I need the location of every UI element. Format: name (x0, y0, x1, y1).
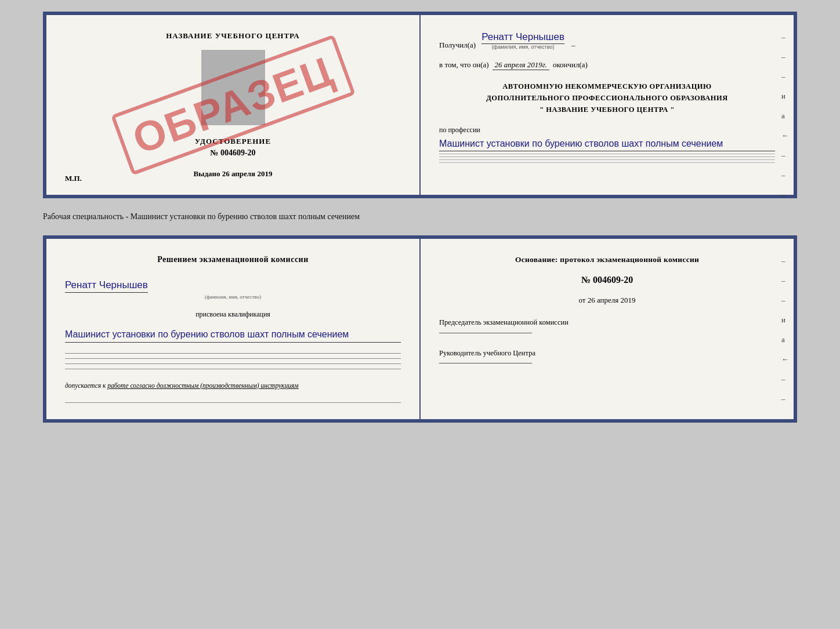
dopuskaetsya-underline: работе согласно должностным (производств… (107, 382, 298, 389)
udostoverenie-title: УДОСТОВЕРЕНИЕ (195, 137, 271, 146)
top-right-content: Получил(а) Ренатт Чернышев (фамилия, имя… (439, 31, 775, 165)
vydano-line: Выдано 26 апреля 2019 (194, 169, 273, 179)
org-block: АВТОНОМНУЮ НЕКОММЕРЧЕСКУЮ ОРГАНИЗАЦИЮ ДО… (439, 81, 775, 115)
vydano-date: 26 апреля 2019 (222, 169, 273, 178)
dopuskaetsya-text: допускается к работе согласно должностны… (65, 381, 401, 391)
bottom-document: Решением экзаменационной комиссии Ренатт… (43, 235, 797, 423)
vydano-label: Выдано (194, 169, 220, 178)
ot-date-block: от 26 апреля 2019 (439, 296, 775, 305)
vtom-label: в том, что он(а) (439, 60, 489, 70)
fio-caption-top: (фамилия, имя, отчество) (481, 44, 564, 50)
rukovoditel-title: Руководитель учебного Центра (439, 348, 775, 359)
right-dashes-bottom: – – – и а ← – – (781, 256, 789, 403)
qualification-text: Машинист установки по бурению стволов ша… (65, 327, 401, 343)
bottom-doc-left: Решением экзаменационной комиссии Ренатт… (46, 239, 421, 419)
protocol-num: № 004609-20 (439, 275, 775, 285)
udostoverenie-num: № 004609-20 (195, 148, 271, 158)
top-doc-left: НАЗВАНИЕ УЧЕБНОГО ЦЕНТРА УДОСТОВЕРЕНИЕ №… (46, 15, 421, 195)
professiya-name: Машинист установки по бурению стволов ша… (439, 137, 775, 151)
resheniem-title: Решением экзаменационной комиссии (65, 255, 401, 264)
right-dashes-top: – – – и а ← – – – (781, 32, 789, 199)
org-line1: АВТОНОМНУЮ НЕКОММЕРЧЕСКУЮ ОРГАНИЗАЦИЮ (439, 81, 775, 92)
osnovanie-title: Основание: протокол экзаменационной коми… (439, 255, 775, 264)
predsedatel-block: Председатель экзаменационной комиссии (439, 318, 775, 336)
mp-label: М.П. (65, 174, 82, 183)
top-document: НАЗВАНИЕ УЧЕБНОГО ЦЕНТРА УДОСТОВЕРЕНИЕ №… (43, 12, 797, 198)
bottom-doc-right: Основание: протокол экзаменационной коми… (421, 239, 794, 419)
professiya-block: по профессии Машинист установки по бурен… (439, 126, 775, 165)
bottom-name-block: Ренатт Чернышев (фамилия, имя, отчество) (65, 277, 401, 300)
org-line2: ДОПОЛНИТЕЛЬНОГО ПРОФЕССИОНАЛЬНОГО ОБРАЗО… (439, 92, 775, 104)
okonchil-label: окончил(а) (553, 60, 588, 70)
vtom-date: 26 апреля 2019г. (493, 60, 549, 70)
top-doc-right: Получил(а) Ренатт Чернышев (фамилия, имя… (421, 15, 794, 195)
ot-label: от (578, 296, 585, 304)
vtom-line: в том, что он(а) 26 апреля 2019г. окончи… (439, 60, 775, 70)
bottom-right-content: Основание: протокол экзаменационной коми… (439, 255, 775, 366)
specialty-label: Рабочая специальность - Машинист установ… (43, 208, 797, 226)
po-professii-label: по профессии (439, 126, 775, 134)
top-center-title: НАЗВАНИЕ УЧЕБНОГО ЦЕНТРА (166, 31, 300, 41)
bottom-lines (65, 353, 401, 369)
bottom-person-name: Ренатт Чернышев (65, 279, 148, 293)
rukovoditel-block: Руководитель учебного Центра (439, 348, 775, 366)
poluchil-label: Получил(а) (439, 41, 476, 50)
predsedatel-title: Председатель экзаменационной комиссии (439, 318, 775, 328)
poluchil-name: Ренатт Чернышев (фамилия, имя, отчество) (481, 31, 564, 50)
fio-caption-bottom: (фамилия, имя, отчество) (65, 294, 401, 300)
ot-date: 26 апреля 2019 (588, 296, 636, 304)
prisvoena-label: присвоена квалификация (65, 310, 401, 319)
org-line3: " НАЗВАНИЕ УЧЕБНОГО ЦЕНТРА " (439, 104, 775, 115)
udostoverenie-block: УДОСТОВЕРЕНИЕ № 004609-20 (195, 137, 271, 158)
poluchil-line: Получил(а) Ренатт Чернышев (фамилия, имя… (439, 31, 775, 50)
photo-placeholder (201, 50, 265, 125)
